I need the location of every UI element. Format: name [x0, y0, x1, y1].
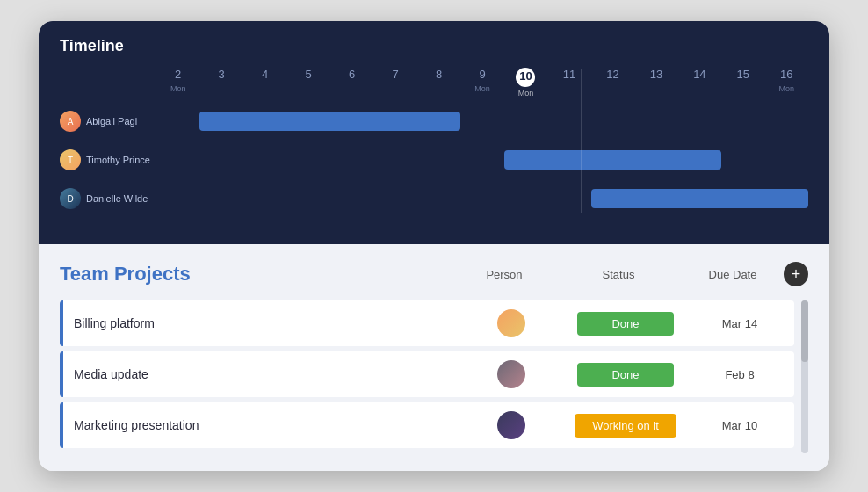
project-due-date: Mar 10: [696, 419, 784, 432]
day-col-11: 11: [547, 68, 590, 99]
avatar: [497, 309, 525, 337]
timeline-row: TTimothy Prince: [60, 146, 808, 174]
add-project-button[interactable]: +: [784, 262, 808, 286]
project-due-date: Mar 14: [696, 317, 784, 330]
day-col-12: 12: [591, 68, 634, 99]
status-badge: Done: [577, 363, 674, 387]
timeline-section: Timeline 2Mon3456789Mon10Mon111213141516…: [39, 21, 829, 245]
project-row: Marketing presentationWorking on itMar 1…: [60, 402, 794, 448]
day-col-2: 2Mon: [156, 68, 199, 99]
project-name: Billing platform: [74, 316, 467, 330]
status-badge: Working on it: [575, 414, 676, 438]
project-due-date: Feb 8: [696, 368, 784, 381]
timeline-title: Timeline: [60, 37, 808, 55]
project-person-cell: [467, 411, 555, 439]
day-col-8: 8: [417, 68, 460, 99]
project-person-cell: [467, 360, 555, 388]
projects-header: Team Projects Person Status Due Date +: [60, 262, 808, 286]
column-labels: Person Status Due Date +: [460, 262, 808, 286]
timeline-header: 2Mon3456789Mon10Mon111213141516Mon: [156, 68, 808, 99]
day-col-15: 15: [721, 68, 764, 99]
today-line: [581, 69, 582, 213]
avatar: [497, 360, 525, 388]
day-col-6: 6: [330, 68, 373, 99]
col-due-label: Due Date: [689, 268, 777, 281]
project-name: Marketing presentation: [74, 418, 467, 432]
scrollbar[interactable]: [801, 300, 808, 453]
day-col-7: 7: [373, 68, 416, 99]
person-label: AAbigail Pagi: [60, 111, 156, 132]
project-row: Billing platformDoneMar 14: [60, 300, 794, 346]
day-col-13: 13: [634, 68, 677, 99]
bar-area: [156, 189, 808, 208]
project-list: Billing platformDoneMar 14Media updateDo…: [60, 300, 808, 453]
bar-area: [156, 112, 808, 131]
person-label: TTimothy Prince: [60, 149, 156, 170]
day-col-4: 4: [243, 68, 286, 99]
day-col-9: 9Mon: [460, 68, 503, 99]
main-card: Timeline 2Mon3456789Mon10Mon111213141516…: [39, 21, 829, 472]
person-name: Timothy Prince: [86, 155, 150, 165]
gantt-bar: [199, 112, 460, 131]
gantt-bar: [504, 150, 721, 170]
project-status-cell: Done: [555, 312, 696, 336]
project-status-cell: Working on it: [555, 414, 696, 438]
project-name: Media update: [74, 367, 467, 381]
avatar: T: [60, 149, 81, 170]
gantt-bar: [591, 189, 808, 208]
day-col-14: 14: [678, 68, 721, 99]
day-col-5: 5: [286, 68, 329, 99]
avatar: [497, 411, 525, 439]
person-name: Danielle Wilde: [86, 193, 148, 204]
day-col-16: 16Mon: [765, 68, 808, 99]
day-col-10: 10Mon: [504, 68, 547, 99]
person-label: DDanielle Wilde: [60, 188, 156, 209]
projects-title: Team Projects: [60, 263, 460, 286]
timeline-row: DDanielle Wilde: [60, 184, 808, 213]
avatar: D: [60, 188, 81, 209]
day-col-3: 3: [199, 68, 242, 99]
timeline-grid: 2Mon3456789Mon10Mon111213141516Mon AAbig…: [60, 68, 808, 213]
avatar: A: [60, 111, 81, 132]
project-status-cell: Done: [555, 363, 696, 387]
projects-section: Team Projects Person Status Due Date + B…: [39, 244, 829, 471]
person-name: Abigail Pagi: [86, 116, 137, 127]
status-badge: Done: [577, 312, 674, 336]
timeline-row: AAbigail Pagi: [60, 107, 808, 135]
col-status-label: Status: [548, 268, 689, 281]
timeline-rows: AAbigail PagiTTimothy PrinceDDanielle Wi…: [60, 107, 808, 213]
col-person-label: Person: [460, 268, 548, 281]
project-person-cell: [467, 309, 555, 337]
scroll-thumb: [801, 300, 808, 362]
project-row: Media updateDoneFeb 8: [60, 351, 794, 397]
bar-area: [156, 150, 808, 170]
